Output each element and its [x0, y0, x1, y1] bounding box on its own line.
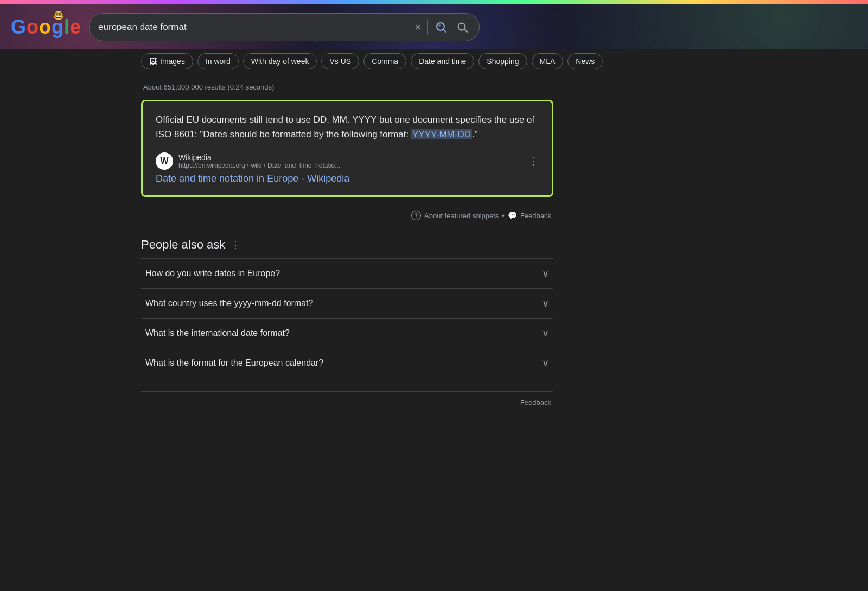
paa-title: People also ask: [141, 238, 225, 252]
snippet-text: Official EU documents still tend to use …: [156, 112, 539, 142]
google-logo[interactable]: Goog🤓le: [11, 16, 80, 39]
paa-item-3[interactable]: What is the international date format? ∨: [141, 318, 553, 348]
paa-question-2: What country uses the yyyy-mm-dd format?: [145, 298, 313, 308]
logo-o1: o: [27, 16, 38, 39]
filter-row: 🖼 Images In word With day of week Vs US …: [0, 49, 868, 74]
filter-chip-news[interactable]: News: [567, 53, 603, 69]
featured-meta: ? About featured snippets • 💬 Feedback: [141, 206, 553, 225]
filter-chip-in-word[interactable]: In word: [197, 53, 239, 69]
paa-item-4[interactable]: What is the format for the European cale…: [141, 348, 553, 378]
source-name: Wikipedia: [178, 153, 524, 162]
search-bar-container: european date format ×: [89, 13, 480, 41]
people-also-ask-section: People also ask ⋮ How do you write dates…: [141, 238, 553, 378]
filter-chip-vs-us[interactable]: Vs US: [321, 53, 359, 69]
color-bar: [0, 0, 868, 4]
paa-item-1[interactable]: How do you write dates in Europe? ∨: [141, 258, 553, 288]
source-info: Wikipedia https://en.wikipedia.org › wik…: [178, 153, 524, 169]
paa-item-2[interactable]: What country uses the yyyy-mm-dd format?…: [141, 288, 553, 318]
help-icon[interactable]: ?: [411, 211, 421, 220]
feedback-icon: 💬: [508, 211, 517, 220]
bottom-feedback[interactable]: Feedback: [141, 391, 553, 413]
snippet-link[interactable]: Date and time notation in Europe - Wikip…: [156, 173, 539, 185]
lens-button[interactable]: [432, 18, 450, 36]
svg-line-1: [444, 30, 446, 33]
paa-chevron-1: ∨: [542, 268, 549, 279]
logo-doodle-wrapper: g🤓: [52, 16, 63, 39]
header: Goog🤓le european date format ×: [0, 0, 868, 49]
logo-g: G: [11, 16, 25, 39]
logo-o2: o: [39, 16, 50, 39]
paa-chevron-4: ∨: [542, 357, 549, 369]
result-stats: About 651,000,000 results (0.24 seconds): [141, 83, 553, 91]
logo-e: e: [70, 16, 80, 39]
doodle-glasses: 🤓: [53, 10, 63, 21]
main-content: About 651,000,000 results (0.24 seconds)…: [141, 74, 553, 422]
filter-chip-mla[interactable]: MLA: [532, 53, 564, 69]
source-menu-icon[interactable]: ⋮: [529, 155, 539, 167]
lens-icon: [435, 21, 448, 34]
filter-chip-date-and-time[interactable]: Date and time: [411, 53, 474, 69]
paa-question-3: What is the international date format?: [145, 328, 290, 338]
svg-point-2: [438, 24, 441, 27]
snippet-source: W Wikipedia https://en.wikipedia.org › w…: [156, 152, 539, 170]
meta-dot: •: [502, 212, 505, 220]
filter-chip-comma[interactable]: Comma: [363, 53, 406, 69]
search-divider: [427, 20, 428, 35]
paa-header: People also ask ⋮: [141, 238, 553, 252]
paa-chevron-2: ∨: [542, 297, 549, 309]
logo-l: l: [64, 16, 69, 39]
filter-chip-images[interactable]: 🖼 Images: [141, 53, 193, 69]
snippet-text-after: .": [472, 129, 478, 139]
paa-menu-icon[interactable]: ⋮: [231, 239, 240, 251]
feedback-text[interactable]: Feedback: [520, 212, 551, 220]
wikipedia-icon: W: [156, 152, 173, 170]
about-featured-text: About featured snippets: [424, 212, 499, 220]
paa-question-4: What is the format for the European cale…: [145, 358, 323, 368]
source-url: https://en.wikipedia.org › wiki › Date_a…: [178, 162, 524, 169]
images-icon: 🖼: [149, 57, 157, 66]
filter-chip-with-day-of-week[interactable]: With day of week: [243, 53, 317, 69]
snippet-highlight: YYYY-MM-DD: [411, 129, 472, 139]
search-submit-button[interactable]: [454, 19, 470, 35]
search-icon: [456, 21, 468, 33]
search-input[interactable]: european date format: [98, 22, 408, 33]
filter-chip-shopping[interactable]: Shopping: [478, 53, 527, 69]
paa-chevron-3: ∨: [542, 327, 549, 339]
search-bar: european date format ×: [89, 13, 480, 41]
featured-snippet: Official EU documents still tend to use …: [141, 100, 553, 197]
paa-question-1: How do you write dates in Europe?: [145, 269, 280, 278]
clear-button[interactable]: ×: [412, 19, 423, 36]
svg-line-4: [464, 29, 467, 32]
